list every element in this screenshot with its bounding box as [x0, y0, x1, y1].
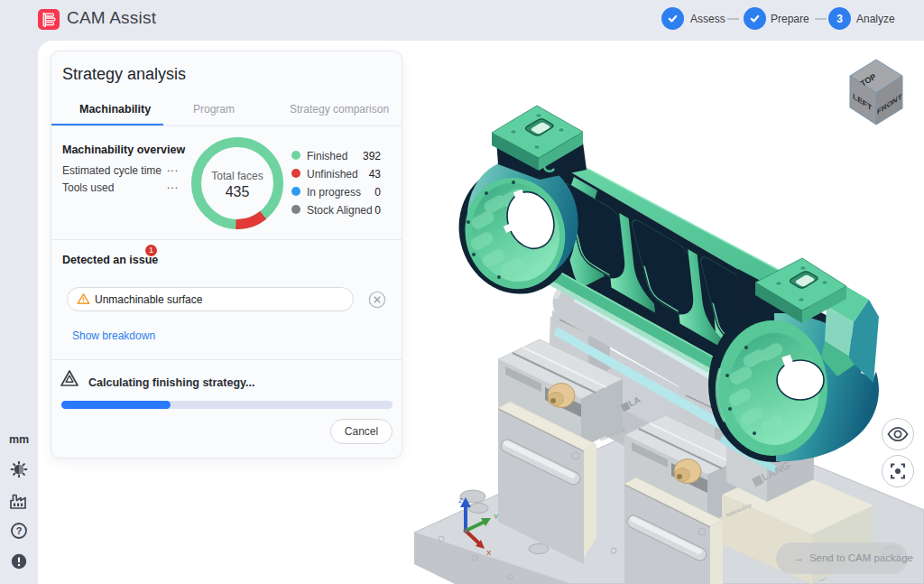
svg-text:?: ? — [16, 525, 23, 536]
svg-text:Z: Z — [458, 496, 463, 505]
svg-text:X: X — [486, 549, 492, 557]
svg-text:Y: Y — [494, 513, 499, 521]
